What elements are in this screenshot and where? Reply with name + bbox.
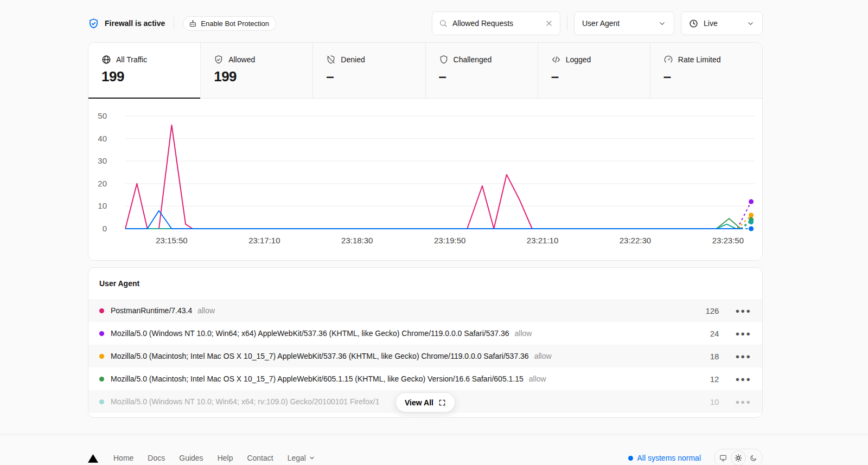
svg-text:30: 30 xyxy=(98,156,107,165)
tab-allowed[interactable]: Allowed 199 xyxy=(201,43,313,98)
shield-off-icon xyxy=(326,55,336,64)
code-icon xyxy=(551,55,561,64)
series-color-dot xyxy=(99,331,104,336)
top-bar: Firewall is active Enable Bot Protection… xyxy=(88,11,763,35)
table-row[interactable]: PostmanRuntime/7.43.4 allow 126 ●●● xyxy=(88,299,762,322)
row-menu-button[interactable]: ●●● xyxy=(735,376,751,383)
shield-check-icon xyxy=(88,18,99,29)
table-row[interactable]: Mozilla/5.0 (Macintosh; Intel Mac OS X 1… xyxy=(88,345,762,367)
clock-icon xyxy=(689,19,698,28)
user-agent-card: User Agent PostmanRuntime/7.43.4 allow 1… xyxy=(88,267,763,418)
tab-value: – xyxy=(439,68,525,85)
search-input[interactable] xyxy=(452,19,540,28)
tab-label: Challenged xyxy=(454,55,492,64)
sun-icon xyxy=(735,454,742,462)
group-by-select[interactable]: User Agent xyxy=(574,11,674,35)
system-status-link[interactable]: All systems normal xyxy=(628,454,701,462)
tab-all-traffic[interactable]: All Traffic 199 xyxy=(88,43,201,98)
series-color-dot xyxy=(99,354,104,359)
footer-link-help[interactable]: Help xyxy=(218,454,233,462)
svg-text:23:18:30: 23:18:30 xyxy=(341,236,373,245)
row-menu-button[interactable]: ●●● xyxy=(735,353,751,360)
svg-text:23:15:50: 23:15:50 xyxy=(156,236,187,245)
tab-value: 199 xyxy=(214,68,299,85)
divider xyxy=(567,16,567,31)
svg-text:20: 20 xyxy=(98,179,107,188)
svg-text:23:21:10: 23:21:10 xyxy=(527,236,558,245)
search-filter-box[interactable] xyxy=(432,11,560,35)
request-count: 126 xyxy=(705,306,719,315)
traffic-line-chart: 0102030405023:15:5023:17:1023:18:3023:19… xyxy=(88,99,762,260)
tab-logged[interactable]: Logged – xyxy=(538,43,650,98)
row-menu-button[interactable]: ●●● xyxy=(735,330,751,337)
view-all-button[interactable]: View All xyxy=(395,392,455,412)
footer-link-home[interactable]: Home xyxy=(113,454,133,462)
user-agent-value: Mozilla/5.0 (Windows NT 10.0; Win64; x64… xyxy=(111,397,379,406)
vercel-logo[interactable] xyxy=(88,454,98,463)
firewall-status-label: Firewall is active xyxy=(105,19,165,28)
status-label: All systems normal xyxy=(637,454,701,462)
time-range-select[interactable]: Live xyxy=(681,11,763,35)
traffic-card: All Traffic 199 Allowed 199 Denied – xyxy=(88,42,763,261)
theme-system-button[interactable] xyxy=(716,450,731,465)
user-agent-value: Mozilla/5.0 (Macintosh; Intel Mac OS X 1… xyxy=(111,374,524,383)
svg-text:23:22:30: 23:22:30 xyxy=(620,236,651,245)
theme-switcher xyxy=(714,449,763,465)
footer: Home Docs Guides Help Contact Legal All … xyxy=(0,434,868,465)
tab-value: – xyxy=(326,68,412,85)
bot-icon xyxy=(189,20,197,28)
divider xyxy=(174,17,174,30)
status-dot xyxy=(628,456,633,461)
action-badge: allow xyxy=(515,329,532,338)
svg-text:23:19:50: 23:19:50 xyxy=(434,236,465,245)
tab-denied[interactable]: Denied – xyxy=(313,43,425,98)
moon-icon xyxy=(750,454,757,462)
request-count: 10 xyxy=(710,397,719,406)
tab-label: Rate Limited xyxy=(678,55,721,64)
footer-links: Home Docs Guides Help Contact Legal xyxy=(113,454,315,462)
time-range-value: Live xyxy=(704,19,741,28)
footer-link-contact[interactable]: Contact xyxy=(247,454,273,462)
chevron-down-icon xyxy=(746,20,755,28)
traffic-chart: 0102030405023:15:5023:17:1023:18:3023:19… xyxy=(88,99,762,260)
request-count: 24 xyxy=(710,329,719,338)
table-row[interactable]: Mozilla/5.0 (Windows NT 10.0; Win64; x64… xyxy=(88,322,762,345)
series-color-dot xyxy=(99,308,104,313)
enable-bot-protection-button[interactable]: Enable Bot Protection xyxy=(183,16,276,31)
theme-light-button[interactable] xyxy=(731,450,746,465)
tab-challenged[interactable]: Challenged – xyxy=(426,43,538,98)
tab-value: – xyxy=(551,68,637,85)
chevron-down-icon xyxy=(658,20,666,28)
tab-value: – xyxy=(663,68,749,85)
request-count: 18 xyxy=(710,352,719,361)
tab-label: Denied xyxy=(341,55,365,64)
table-title: User Agent xyxy=(88,268,762,299)
footer-link-guides[interactable]: Guides xyxy=(179,454,203,462)
gauge-icon xyxy=(663,55,673,64)
shield-check-icon xyxy=(214,55,224,64)
action-badge: allow xyxy=(534,352,552,360)
svg-text:23:23:50: 23:23:50 xyxy=(712,236,744,245)
row-menu-button[interactable]: ●●● xyxy=(735,307,751,314)
tab-value: 199 xyxy=(101,68,187,85)
svg-text:40: 40 xyxy=(98,134,107,143)
request-count: 12 xyxy=(710,374,719,384)
footer-link-docs[interactable]: Docs xyxy=(148,454,165,462)
monitor-icon xyxy=(719,454,727,462)
row-menu-button[interactable]: ●●● xyxy=(735,398,751,405)
table-row[interactable]: Mozilla/5.0 (Macintosh; Intel Mac OS X 1… xyxy=(88,367,762,390)
firewall-status: Firewall is active xyxy=(88,18,165,29)
footer-link-legal[interactable]: Legal xyxy=(288,454,315,462)
action-badge: allow xyxy=(529,374,546,383)
enable-bot-protection-label: Enable Bot Protection xyxy=(201,20,269,28)
svg-text:50: 50 xyxy=(98,111,107,120)
chevron-down-icon xyxy=(309,455,315,461)
expand-icon xyxy=(438,399,446,406)
user-agent-value: Mozilla/5.0 (Macintosh; Intel Mac OS X 1… xyxy=(111,352,529,360)
tab-rate-limited[interactable]: Rate Limited – xyxy=(650,43,762,98)
svg-text:0: 0 xyxy=(103,224,107,233)
clear-search-icon[interactable] xyxy=(545,19,553,28)
theme-dark-button[interactable] xyxy=(746,450,761,465)
search-icon xyxy=(439,19,448,28)
view-all-label: View All xyxy=(405,398,433,407)
